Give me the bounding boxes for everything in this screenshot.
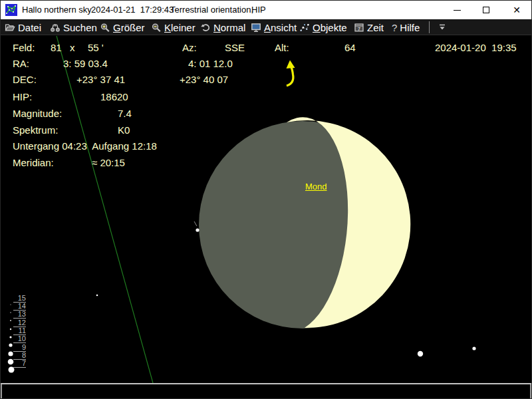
window-title-datetime: 2024-01-21 17:29:43 xyxy=(91,5,174,15)
menu-item-hilfe[interactable]: ? Hilfe xyxy=(392,19,420,35)
dec-label: DEC: xyxy=(13,74,37,85)
folder-open-icon xyxy=(5,23,15,33)
svg-text:7: 7 xyxy=(358,26,360,31)
magnitude-legend-7: 7 xyxy=(13,359,26,368)
question-icon: ? xyxy=(392,22,397,33)
dec-value-2: +23° 40 07 xyxy=(180,74,228,85)
sky-chart[interactable] xyxy=(1,35,532,383)
status-bar xyxy=(1,384,531,399)
magnitude-legend-13: 13 xyxy=(13,310,26,319)
zoom-in-icon xyxy=(100,23,110,33)
field-times: x xyxy=(70,42,75,53)
ra-value-1: 3: 59 03.4 xyxy=(63,58,108,69)
menu-item-zeit[interactable]: 7 Zeit xyxy=(354,19,384,35)
chevron-down-icon xyxy=(438,23,447,31)
meridian-label: Meridian: xyxy=(13,157,54,168)
menu-item-datei[interactable]: Datei xyxy=(5,19,41,35)
minimize-icon xyxy=(454,10,461,11)
zoom-out-icon xyxy=(151,23,162,33)
window-title-catalog: HIP xyxy=(251,5,266,15)
title-bar: Hallo northern sky 2024-01-21 17:29:43 T… xyxy=(1,1,531,19)
menu-item-normal[interactable]: Normal xyxy=(200,19,245,35)
menu-item-suchen[interactable]: Suchen xyxy=(50,19,97,35)
constellation-icon xyxy=(299,23,310,33)
app-window: Hallo northern sky 2024-01-21 17:29:43 T… xyxy=(0,0,532,399)
menu-item-groesser[interactable]: Größer xyxy=(100,19,145,35)
altitude-label: Alt: xyxy=(275,42,289,53)
binoculars-icon xyxy=(50,23,61,33)
close-icon: ✕ xyxy=(513,5,521,15)
menu-separator xyxy=(429,21,430,33)
app-icon[interactable] xyxy=(5,4,17,16)
magnitude-legend-10: 10 xyxy=(13,334,26,343)
ecliptic-line xyxy=(57,36,153,383)
star[interactable] xyxy=(96,295,98,297)
star-streak xyxy=(194,221,197,226)
magnitude-value: 7.4 xyxy=(118,108,132,119)
calendar-icon: 7 xyxy=(354,23,364,33)
maximize-icon xyxy=(483,7,489,13)
set-rise-times: Untergang 04:23 Aufgang 12:18 xyxy=(13,140,157,152)
menu-item-kleiner[interactable]: Kleiner xyxy=(151,19,196,35)
meridian-value: ≈ 20:15 xyxy=(92,157,125,168)
maximize-button[interactable] xyxy=(475,1,497,19)
azimuth-value: SSE xyxy=(225,42,245,53)
field-label: Feld: xyxy=(13,42,35,53)
star[interactable] xyxy=(418,351,423,356)
window-title-app: Hallo northern sky xyxy=(22,5,92,15)
menu-item-objekte[interactable]: Objekte xyxy=(299,19,347,35)
spectrum-value: K0 xyxy=(118,124,130,136)
minimize-button[interactable] xyxy=(446,1,468,19)
field-width: 81 xyxy=(51,42,62,53)
menu-item-ansicht[interactable]: Ansicht xyxy=(251,19,297,35)
moon-object-label[interactable]: Mond xyxy=(305,182,327,192)
altitude-value: 64 xyxy=(344,42,356,53)
dec-value-1: +23° 37 41 xyxy=(76,74,125,85)
window-title-orientation: Terrestrial orientation, xyxy=(170,5,253,15)
chart-datetime: 2024-01-20 19:35 xyxy=(435,42,517,53)
field-height: 55 ' xyxy=(88,42,104,53)
hip-label: HIP: xyxy=(13,91,32,102)
monitor-icon xyxy=(251,23,261,33)
menu-bar: Datei Suchen Größer Kleine xyxy=(1,19,531,35)
star[interactable] xyxy=(472,346,475,350)
azimuth-label: Az: xyxy=(182,42,197,53)
magnitude-label: Magnitude: xyxy=(13,108,62,119)
toolbar-overflow-button[interactable] xyxy=(434,19,451,35)
direction-arrow xyxy=(287,61,295,86)
close-button[interactable]: ✕ xyxy=(505,1,528,19)
star[interactable] xyxy=(196,228,199,231)
ra-label: RA: xyxy=(13,58,29,69)
hip-value: 18620 xyxy=(100,91,128,102)
ra-value-2: 4: 01 12.0 xyxy=(188,58,233,69)
undo-icon xyxy=(200,23,211,33)
spectrum-label: Spektrum: xyxy=(13,124,58,136)
